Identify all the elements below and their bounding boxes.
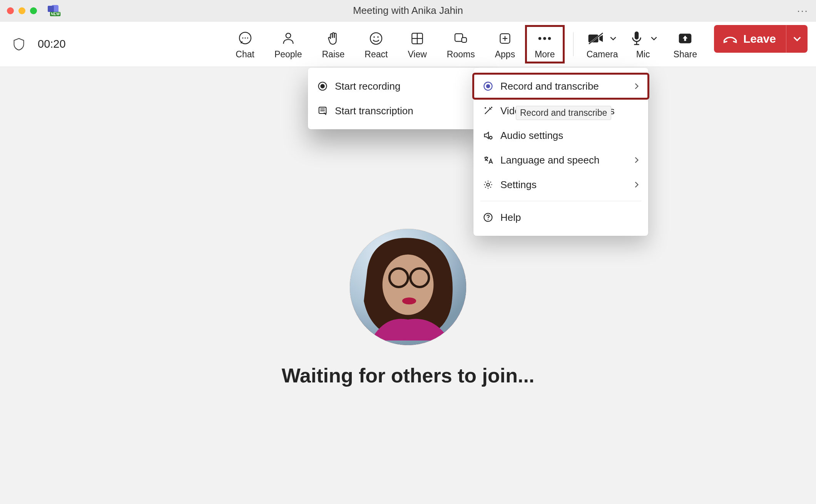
window-title: Meeting with Anika Jahin <box>353 5 463 17</box>
chevron-right-icon <box>634 181 639 188</box>
mic-label: Mic <box>636 49 650 60</box>
app-new-badge: NEW <box>50 12 60 16</box>
window-close-button[interactable] <box>7 7 14 14</box>
help-item[interactable]: Help <box>473 205 648 230</box>
leave-button[interactable]: Leave <box>714 25 786 53</box>
svg-point-42 <box>488 219 488 220</box>
camera-label: Camera <box>587 49 618 60</box>
record-and-transcribe-item[interactable]: Record and transcribe <box>473 74 648 98</box>
titlebar: NEW Meeting with Anika Jahin ··· <box>0 0 816 22</box>
transcription-icon <box>317 105 334 116</box>
smile-icon <box>368 29 384 48</box>
svg-point-5 <box>370 33 382 44</box>
share-screen-icon <box>677 29 693 48</box>
more-label: More <box>535 49 555 60</box>
chat-label: Chat <box>236 49 254 60</box>
svg-point-1 <box>242 37 243 38</box>
svg-point-18 <box>548 37 551 40</box>
more-ellipsis-icon <box>537 29 552 48</box>
teams-app-icon: NEW <box>48 5 61 17</box>
participant-avatar <box>349 229 467 345</box>
share-label: Share <box>674 49 697 60</box>
share-button[interactable]: Share <box>664 25 707 63</box>
svg-point-16 <box>538 37 542 40</box>
mic-icon <box>627 30 646 47</box>
menu-separator <box>480 201 641 201</box>
window-minimize-button[interactable] <box>18 7 25 14</box>
leave-dropdown-button[interactable] <box>786 25 808 53</box>
svg-rect-12 <box>462 38 467 43</box>
privacy-shield-icon[interactable] <box>13 37 26 52</box>
camera-button[interactable]: Camera <box>582 25 623 63</box>
settings-label: Settings <box>500 179 537 191</box>
leave-control: Leave <box>714 25 808 53</box>
start-transcription-label: Start transcription <box>335 105 413 117</box>
magic-wand-icon <box>483 105 500 116</box>
audio-settings-label: Audio settings <box>500 130 563 142</box>
view-label: View <box>408 49 426 60</box>
rooms-button[interactable]: Rooms <box>437 25 485 63</box>
more-button[interactable]: More <box>525 25 564 63</box>
apps-button[interactable]: Apps <box>485 25 525 63</box>
people-label: People <box>274 49 302 60</box>
speaker-gear-icon <box>483 130 500 141</box>
language-speech-item[interactable]: Language and speech <box>473 148 648 172</box>
meeting-timer: 00:20 <box>38 38 66 50</box>
svg-point-3 <box>247 37 248 38</box>
rooms-label: Rooms <box>447 49 475 60</box>
svg-point-6 <box>374 37 375 38</box>
gear-icon <box>483 179 500 190</box>
leave-label: Leave <box>743 32 776 45</box>
svg-point-33 <box>321 84 324 88</box>
react-button[interactable]: React <box>354 25 398 63</box>
mic-chevron-icon[interactable] <box>649 36 659 41</box>
record-dot-icon <box>317 81 334 92</box>
titlebar-more-icon[interactable]: ··· <box>797 5 808 17</box>
start-recording-item[interactable]: Start recording <box>308 74 481 98</box>
more-menu: Record and transcribe Video effects and … <box>473 68 648 236</box>
people-icon <box>281 29 296 48</box>
raise-label: Raise <box>322 49 345 60</box>
view-button[interactable]: View <box>398 25 436 63</box>
record-submenu: Start recording Start transcription <box>308 68 481 129</box>
toolbar-separator <box>573 32 574 56</box>
record-circle-icon <box>483 81 500 92</box>
chat-icon <box>237 29 253 48</box>
camera-chevron-icon[interactable] <box>608 36 618 41</box>
start-transcription-item[interactable]: Start transcription <box>308 98 481 123</box>
translate-icon <box>483 155 500 165</box>
raise-hand-button[interactable]: Raise <box>312 25 355 63</box>
waiting-text: Waiting for others to join... <box>282 364 535 387</box>
chevron-right-icon <box>634 83 639 90</box>
svg-point-4 <box>286 33 291 38</box>
svg-point-17 <box>543 37 547 40</box>
record-transcribe-tooltip: Record and transcribe <box>516 106 611 120</box>
audio-settings-item[interactable]: Audio settings <box>473 123 648 148</box>
record-and-transcribe-label: Record and transcribe <box>500 80 599 92</box>
meeting-toolbar: 00:20 Chat Peopl <box>0 22 816 67</box>
settings-item[interactable]: Settings <box>473 172 648 197</box>
camera-off-icon <box>587 32 605 45</box>
window-controls <box>7 7 37 14</box>
people-button[interactable]: People <box>264 25 312 63</box>
svg-rect-34 <box>319 107 326 113</box>
chat-button[interactable]: Chat <box>226 25 264 63</box>
svg-point-31 <box>402 297 416 304</box>
help-label: Help <box>500 212 521 224</box>
react-label: React <box>365 49 388 60</box>
svg-point-2 <box>244 37 246 38</box>
start-recording-label: Start recording <box>335 80 401 92</box>
window-zoom-button[interactable] <box>30 7 37 14</box>
mic-button[interactable]: Mic <box>623 25 664 63</box>
chevron-right-icon <box>634 157 639 164</box>
language-speech-label: Language and speech <box>500 154 599 166</box>
svg-point-38 <box>486 84 490 88</box>
help-icon <box>483 212 500 223</box>
grid-icon <box>410 29 425 48</box>
apps-icon <box>497 29 513 48</box>
raise-hand-icon <box>326 29 341 48</box>
breakout-rooms-icon <box>453 29 468 48</box>
svg-rect-22 <box>634 32 639 40</box>
svg-point-40 <box>487 183 489 186</box>
meeting-stage: Waiting for others to join... <box>0 67 816 504</box>
